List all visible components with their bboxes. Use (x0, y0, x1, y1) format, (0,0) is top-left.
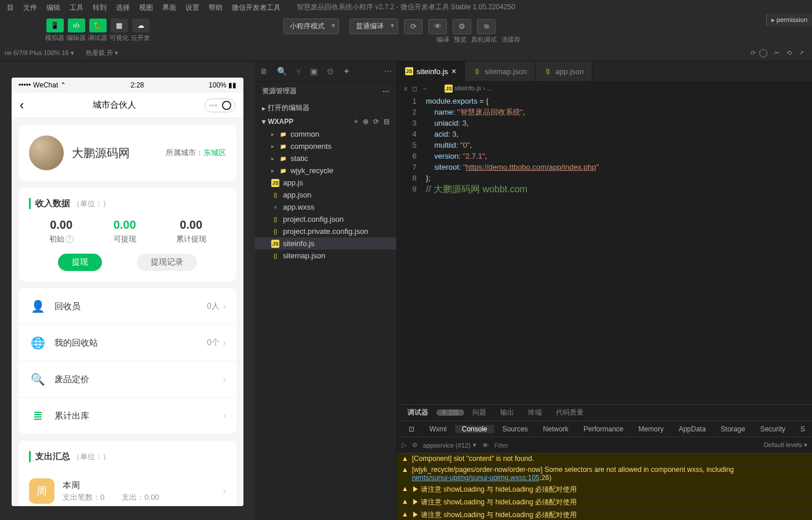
folder-components[interactable]: 📁components (255, 140, 396, 152)
file-app-wxss[interactable]: #app.wxss (255, 201, 396, 213)
inspect-icon[interactable]: ⊡ (402, 425, 421, 433)
devtools-console[interactable]: Console (455, 425, 494, 433)
bug-icon[interactable]: ⊙ (327, 67, 334, 76)
tab-quality[interactable]: 代码质量 (550, 408, 589, 418)
file-project-private-config[interactable]: {}project.private.config.json (255, 225, 396, 237)
file-project-config[interactable]: {}project.config.json (255, 213, 396, 225)
menu-settings[interactable]: 设置 (181, 3, 204, 13)
device-selector[interactable]: ne 6/7/8 Plus 100% 16 ▾ (5, 49, 74, 57)
devtools-more[interactable]: S (793, 425, 812, 433)
tab-output[interactable]: 输出 (494, 408, 520, 418)
file-sitemap-json[interactable]: {}sitemap.json (255, 250, 396, 262)
tab-issues[interactable]: 问题 (467, 408, 492, 418)
back-icon[interactable]: ‹ (20, 98, 24, 113)
tab-sitemap-json[interactable]: {}sitemap.json (465, 61, 536, 81)
help-icon[interactable]: ? (65, 235, 74, 243)
devtools-wxml[interactable]: Wxml (423, 425, 454, 433)
expense-week[interactable]: 周本周支出笔数：0支出：0.00› (19, 471, 236, 506)
devtools-sources[interactable]: Sources (496, 425, 535, 433)
menu-goto[interactable]: 转到 (88, 3, 111, 13)
code-editor[interactable]: 123456789 ⌄ module.exports = { name: "智慧… (397, 96, 812, 404)
file-app-json[interactable]: {}app.json (255, 189, 396, 201)
menu-edit[interactable]: 编辑 (42, 3, 65, 13)
new-folder-icon[interactable]: ⊕ (363, 118, 369, 126)
expand-icon[interactable]: ↗ (799, 49, 804, 57)
menu-item-outbound[interactable]: ≣累计出库› (19, 398, 236, 434)
withdraw-button[interactable]: 提现 (58, 254, 102, 271)
record-icon[interactable] (759, 49, 767, 57)
extension-icon[interactable]: ✦ (343, 67, 350, 76)
close-tab-icon[interactable]: × (451, 67, 456, 76)
devtools-appdata[interactable]: AppData (672, 425, 713, 433)
file-app-js[interactable]: JSapp.js (255, 177, 396, 189)
menu-tools[interactable]: 工具 (65, 3, 88, 13)
explorer-more-icon[interactable]: ⋯ (383, 87, 389, 96)
folder-static[interactable]: 📁static (255, 152, 396, 164)
menu-select[interactable]: 选择 (111, 3, 134, 13)
devtools-performance[interactable]: Performance (577, 425, 631, 433)
preview-button[interactable]: 👁 (428, 19, 447, 34)
income-card: 收入数据（单位：） 0.00初始? 0.00可提现 0.00累计提现 提现 提现… (19, 188, 236, 281)
tab-terminal[interactable]: 终端 (522, 408, 548, 418)
context-dropdown[interactable]: appservice (#12) ▾ (423, 441, 476, 449)
debugger-toggle[interactable]: 🐛 (89, 19, 107, 32)
cloud-toggle[interactable]: ☁ (132, 19, 150, 32)
new-file-icon[interactable]: + (354, 118, 358, 126)
devtools-memory[interactable]: Memory (632, 425, 671, 433)
visualize-toggle[interactable]: ▦ (111, 19, 128, 32)
box-icon[interactable]: ▣ (310, 67, 318, 76)
tab-siteinfo-js[interactable]: JSsiteinfo.js× (397, 61, 465, 81)
branch-icon[interactable]: ⑂ (296, 67, 301, 76)
menu-item-recycler[interactable]: 👤回收员0人› (19, 288, 236, 325)
tab-app-json[interactable]: {}app.json (536, 61, 592, 81)
collapse-icon[interactable]: ⊟ (384, 118, 389, 126)
bookmark-icon[interactable]: ◻ (412, 85, 417, 93)
permission-button[interactable]: ▸ permission (766, 14, 812, 26)
workspace-root[interactable]: ▾ WXAPP+⊕⟳⊟ (255, 115, 396, 128)
editor-toggle[interactable]: ‹/› (68, 19, 85, 32)
clear-cache-button[interactable]: ≋ (477, 19, 496, 34)
withdraw-record-button[interactable]: 提现记录 (137, 254, 197, 271)
compile-dropdown[interactable]: 普通编译 (349, 19, 398, 34)
devtools-storage[interactable]: Storage (714, 425, 752, 433)
devtools-security[interactable]: Security (753, 425, 792, 433)
cut-icon[interactable]: ✂ (774, 49, 780, 57)
devtools-network[interactable]: Network (536, 425, 576, 433)
menu-wechat[interactable]: 微信开发者工具 (227, 3, 285, 13)
remote-debug-button[interactable]: ⚙ (453, 19, 471, 34)
hot-reload-toggle[interactable]: 热重载 开 ▾ (86, 49, 118, 57)
close-circle-icon[interactable] (222, 101, 231, 110)
refresh-icon[interactable]: ⟳ (373, 118, 379, 126)
menu-item-station[interactable]: 🌐我的回收站0个› (19, 325, 236, 361)
rotate-icon[interactable]: ⟲ (786, 49, 792, 57)
menu-item-pricing[interactable]: 🔍废品定价› (19, 361, 236, 398)
avatar[interactable] (29, 136, 64, 170)
menu-dots-icon[interactable] (209, 100, 217, 111)
console-clear-icon[interactable]: ⊘ (412, 441, 417, 449)
console-filter-input[interactable] (494, 442, 758, 449)
menu-interface[interactable]: 界面 (158, 3, 181, 13)
list-icon[interactable]: ≡ (404, 85, 407, 92)
mode-dropdown[interactable]: 小程序模式 (283, 19, 339, 34)
open-editors-section[interactable]: ▸ 打开的编辑器 (255, 101, 396, 115)
console-play-icon[interactable]: ▷ (402, 441, 406, 449)
tab-debugger[interactable]: 调试器 (402, 408, 434, 418)
folder-wjyk-recycle[interactable]: 📁wjyk_recycle (255, 164, 396, 177)
file-siteinfo-js[interactable]: JSsiteinfo.js (255, 237, 396, 250)
files-icon[interactable]: 🗎 (260, 67, 268, 76)
refresh-icon[interactable]: ⟳ (751, 49, 756, 57)
folder-common[interactable]: 📁common (255, 128, 396, 140)
console-output[interactable]: ▲[Component] slot "content" is not found… (397, 453, 812, 520)
menu-project[interactable]: 目 (2, 3, 19, 13)
capsule-menu[interactable] (205, 98, 235, 112)
more-icon[interactable]: ⋯ (384, 67, 392, 76)
menu-help[interactable]: 帮助 (204, 3, 227, 13)
menu-file[interactable]: 文件 (19, 3, 42, 13)
menu-view[interactable]: 视图 (134, 3, 158, 13)
search-icon[interactable]: 🔍 (277, 67, 287, 76)
simulator-toggle[interactable]: 📱 (46, 19, 64, 32)
compile-button[interactable]: ⟳ (404, 19, 423, 34)
eye-icon[interactable]: 👁 (482, 442, 489, 449)
levels-dropdown[interactable]: Default levels ▾ (764, 441, 807, 449)
back-nav-icon[interactable]: ← (422, 85, 428, 92)
